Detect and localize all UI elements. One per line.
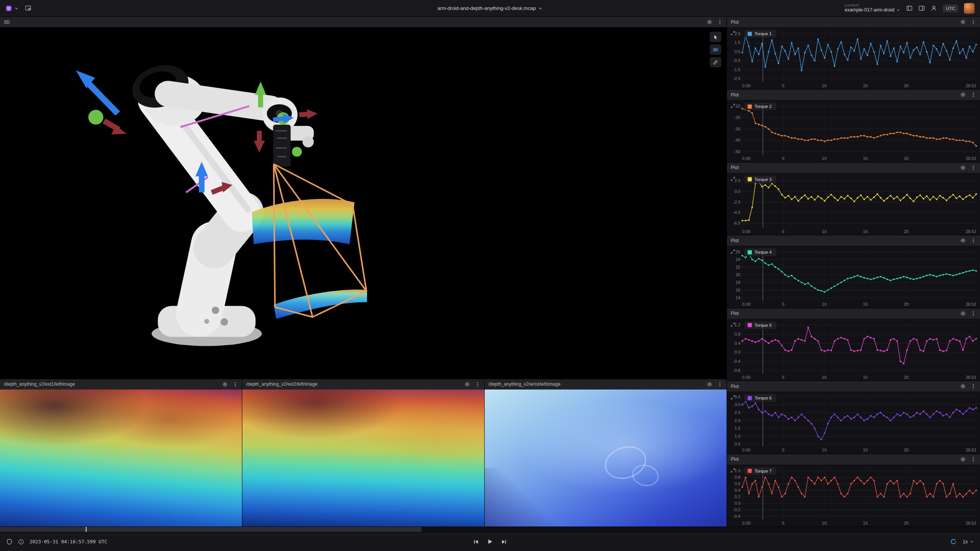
plot-fit-button[interactable] — [730, 249, 735, 254]
timeline-playhead[interactable] — [86, 527, 87, 532]
svg-text:-0.4: -0.4 — [733, 359, 740, 364]
plot-fit-icon — [730, 249, 735, 254]
image-panel-wrist: /depth_anything_v2/wrist/left/image — [485, 379, 727, 527]
seek-backward-button[interactable] — [473, 539, 479, 545]
image-panel-header: /depth_anything_v2/wrist/left/image — [485, 379, 727, 390]
svg-text:20: 20 — [904, 156, 908, 161]
image-view[interactable] — [242, 390, 484, 527]
svg-text:22: 22 — [736, 265, 740, 269]
play-button[interactable] — [487, 538, 493, 545]
svg-text:5: 5 — [782, 302, 784, 306]
plot-settings-icon[interactable] — [960, 383, 966, 389]
account-button[interactable] — [931, 5, 937, 11]
camera-mode-3d-button[interactable]: 3D — [710, 44, 721, 55]
plot-settings-icon[interactable] — [960, 311, 966, 316]
image-menu-icon[interactable] — [475, 381, 480, 387]
app-menu-button[interactable] — [5, 5, 19, 12]
legend-swatch — [748, 104, 752, 109]
svg-text:10: 10 — [822, 83, 826, 88]
image-menu-icon[interactable] — [717, 381, 723, 387]
chevron-down-icon — [970, 540, 974, 544]
svg-text:14: 14 — [736, 295, 740, 300]
plot-body: Torque 4 262422201816140.00510152028.52 — [727, 246, 980, 308]
svg-text:0.00: 0.00 — [742, 229, 750, 234]
open-data-source-button[interactable] — [25, 5, 31, 11]
file-title-button[interactable]: arm-droid-and-depth-anything-v2-desk.mca… — [437, 5, 542, 11]
image-view[interactable] — [485, 390, 727, 527]
plot-fit-button[interactable] — [730, 103, 735, 108]
plot-fit-button[interactable] — [730, 31, 735, 36]
svg-text:20: 20 — [904, 448, 908, 452]
svg-text:0.00: 0.00 — [742, 521, 750, 525]
svg-text:15: 15 — [863, 83, 867, 88]
plot-settings-icon[interactable] — [960, 165, 966, 171]
3d-menu-icon[interactable] — [717, 19, 723, 25]
measure-tool-button[interactable] — [710, 57, 721, 67]
svg-text:-2.5: -2.5 — [733, 76, 740, 81]
plot-menu-icon[interactable] — [970, 311, 976, 316]
plot-legend[interactable]: Torque 3 — [745, 176, 776, 183]
svg-text:0.8: 0.8 — [735, 475, 740, 479]
plot-panel-torque-6: Plot Torque 6 3.53.02.52.01.51.00.50.005… — [727, 381, 980, 454]
selection-tool-button[interactable] — [710, 32, 721, 42]
plot-fit-button[interactable] — [730, 395, 735, 400]
plot-legend[interactable]: Torque 4 — [745, 248, 776, 256]
svg-text:1.0: 1.0 — [735, 434, 740, 439]
plot-menu-icon[interactable] — [970, 383, 976, 389]
svg-text:20: 20 — [904, 375, 908, 380]
playback-speed-button[interactable]: 1x — [963, 539, 974, 544]
svg-text:-2.0: -2.0 — [733, 199, 740, 204]
loop-playback-button[interactable] — [950, 538, 957, 545]
timezone-badge[interactable]: UTC — [943, 5, 958, 12]
plot-menu-icon[interactable] — [970, 456, 976, 462]
plot-settings-icon[interactable] — [960, 92, 966, 98]
3d-viewport[interactable]: 3D — [0, 27, 727, 379]
playback-info-button[interactable] — [18, 539, 24, 545]
plot-legend[interactable]: Torque 7 — [745, 467, 776, 475]
user-avatar[interactable] — [964, 3, 975, 14]
plot-settings-icon[interactable] — [960, 238, 966, 243]
plot-settings-icon[interactable] — [960, 19, 966, 25]
svg-text:20: 20 — [736, 272, 740, 277]
toggle-right-sidebar-button[interactable] — [918, 5, 925, 11]
plot-menu-icon[interactable] — [970, 165, 976, 171]
svg-text:28.52: 28.52 — [965, 83, 976, 88]
plot-fit-button[interactable] — [730, 322, 735, 327]
timeline-scrubber[interactable] — [0, 527, 980, 532]
plot-menu-icon[interactable] — [970, 238, 976, 243]
3d-panel: 3D — [0, 17, 727, 379]
plot-legend[interactable]: Torque 5 — [745, 321, 776, 329]
image-view[interactable] — [0, 390, 242, 527]
plot-legend[interactable]: Torque 2 — [745, 103, 776, 110]
layout-switcher[interactable]: LAYOUT example-017-arm-droid — [844, 3, 900, 13]
svg-text:10: 10 — [822, 375, 826, 380]
plot-settings-icon[interactable] — [960, 456, 966, 462]
seek-forward-button[interactable] — [501, 539, 507, 545]
svg-text:0.0: 0.0 — [735, 501, 740, 505]
shield-icon — [6, 538, 13, 545]
image-settings-icon[interactable] — [707, 381, 712, 387]
plot-panel-title: Plot — [731, 311, 739, 316]
3d-panel-title: 3D — [4, 20, 10, 25]
plot-legend[interactable]: Torque 6 — [745, 394, 776, 402]
chevron-down-icon — [538, 6, 543, 11]
svg-text:0.00: 0.00 — [742, 375, 750, 380]
app-window: arm-droid-and-depth-anything-v2-desk.mca… — [0, 0, 980, 551]
topbar: arm-droid-and-depth-anything-v2-desk.mca… — [0, 0, 980, 17]
data-source-status-button[interactable] — [6, 538, 13, 545]
plot-body: Torque 2 -10-20-30-40-500.00510152028.52 — [727, 100, 980, 162]
plot-panel-torque-3: Plot Torque 3 2.00.0-2.0-4.0-6.00.005101… — [727, 163, 980, 235]
3d-settings-icon[interactable] — [707, 19, 712, 25]
image-settings-icon[interactable] — [464, 381, 470, 387]
plot-fit-button[interactable] — [730, 176, 735, 181]
plot-menu-icon[interactable] — [970, 92, 976, 98]
depth-surface-lower — [274, 290, 367, 319]
image-settings-icon[interactable] — [222, 381, 228, 387]
3d-toolbar: 3D — [710, 32, 721, 67]
svg-text:-0.2: -0.2 — [733, 507, 740, 512]
image-menu-icon[interactable] — [232, 381, 238, 387]
plot-fit-button[interactable] — [730, 468, 735, 473]
plot-legend[interactable]: Torque 1 — [745, 30, 776, 37]
toggle-left-sidebar-button[interactable] — [906, 5, 913, 11]
plot-menu-icon[interactable] — [970, 19, 976, 25]
